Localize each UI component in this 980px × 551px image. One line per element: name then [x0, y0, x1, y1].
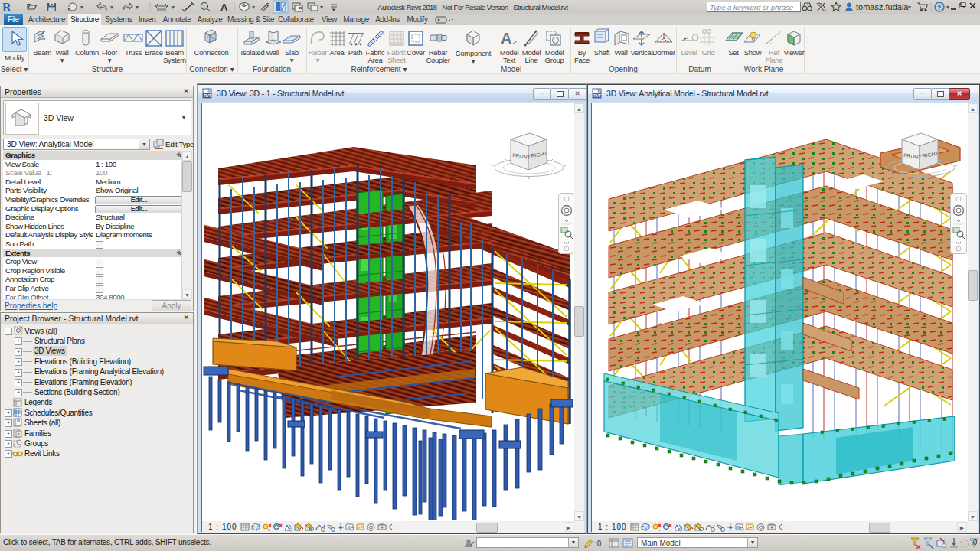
svg-text:▾: ▾	[110, 4, 113, 11]
svg-text:▾: ▾	[908, 4, 911, 11]
svg-text:RVT: RVT	[204, 93, 211, 98]
svg-text:A: A	[501, 30, 511, 47]
svg-text:▾: ▾	[136, 4, 139, 11]
svg-text:▾: ▾	[80, 4, 83, 11]
svg-text:A: A	[220, 2, 228, 13]
svg-text:▾: ▾	[320, 4, 323, 11]
svg-text:RVT: RVT	[593, 93, 600, 98]
svg-text:?: ?	[937, 4, 942, 11]
svg-text:▾: ▾	[172, 4, 175, 11]
svg-text::0: :0	[595, 540, 602, 548]
svg-text:tomasz.fudala: tomasz.fudala	[856, 2, 909, 11]
svg-text:1: 1	[203, 4, 206, 9]
svg-text:▾: ▾	[946, 4, 949, 11]
svg-text:▾: ▾	[252, 4, 255, 11]
svg-text:R: R	[2, 1, 11, 14]
